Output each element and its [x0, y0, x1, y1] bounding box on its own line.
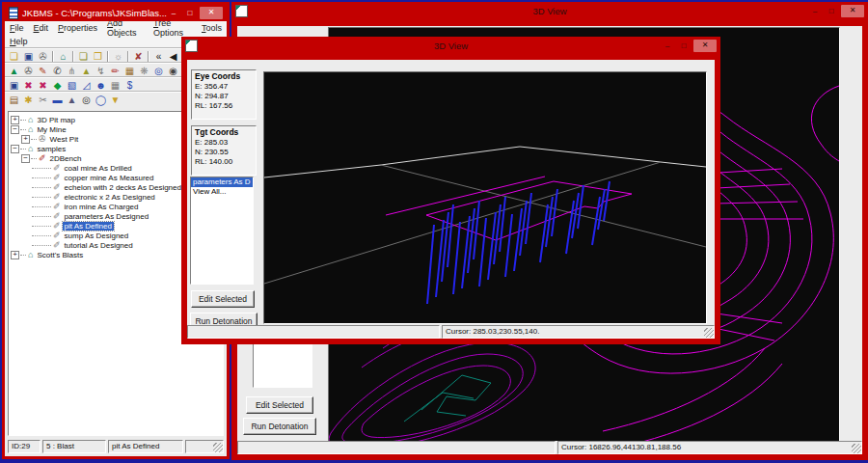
blast-icon: ✐: [53, 212, 61, 221]
cost-icon[interactable]: $: [122, 79, 137, 92]
cursor-coordinates: Cursor: 285.03,230.55,140.: [442, 325, 715, 339]
resize-grip[interactable]: [213, 443, 223, 452]
blast-icon: ✐: [53, 193, 61, 202]
menu-tools[interactable]: Tools: [197, 23, 227, 33]
list-item-view-all[interactable]: View All...: [191, 187, 253, 197]
cone-icon[interactable]: ▲: [79, 65, 94, 77]
terrain-ridge-line: [264, 147, 706, 177]
back-3dview-titlebar[interactable]: 3D View – □ ✕: [231, 2, 868, 20]
tree-connector: [32, 226, 51, 227]
close-button[interactable]: ✕: [841, 5, 864, 17]
tree-connector: [32, 187, 51, 188]
save-all-icon[interactable]: ▣: [7, 79, 21, 92]
3d-view-window-front: 3D View – □ ✕ Eye Coords E: 356.47 N: 29…: [181, 37, 720, 344]
blast-icon: ✐: [53, 183, 61, 192]
delete-icon[interactable]: ✖: [21, 79, 36, 92]
no-blast-icon[interactable]: ✘: [131, 50, 146, 63]
resize-grip[interactable]: [704, 328, 714, 338]
funnel-icon[interactable]: ▼: [108, 94, 122, 106]
delete-alt-icon[interactable]: ✖: [36, 79, 50, 92]
collapse-icon[interactable]: −: [21, 154, 30, 163]
folder-icon[interactable]: ❏: [76, 50, 91, 63]
chart-icon[interactable]: ▧: [65, 79, 79, 92]
graph-icon[interactable]: ◿: [79, 79, 94, 92]
fan-icon[interactable]: ❋: [137, 65, 151, 77]
user-icon[interactable]: ☻: [94, 79, 108, 92]
menu-file[interactable]: File: [5, 23, 29, 33]
bag-icon[interactable]: ▦: [122, 65, 137, 77]
open-folder-icon[interactable]: ❏: [7, 50, 21, 63]
tree-connector: [32, 235, 51, 236]
front-3dview-titlebar[interactable]: 3D View – □ ✕: [181, 37, 720, 55]
front-3d-viewport[interactable]: [263, 71, 707, 324]
diamond-icon[interactable]: ◆: [50, 79, 65, 92]
nugget-icon[interactable]: ✱: [21, 94, 36, 106]
minimize-button[interactable]: –: [808, 6, 822, 16]
pencil-icon[interactable]: ✎: [36, 65, 50, 77]
nav-first-icon[interactable]: «: [151, 50, 166, 63]
list-item-parameters-as-d[interactable]: parameters As D: [191, 177, 253, 187]
front-blast-listbox[interactable]: parameters As DView All...: [190, 177, 254, 285]
status-spacer: [237, 441, 556, 454]
save-icon[interactable]: ▣: [21, 50, 36, 63]
blast-hole-line: [427, 225, 434, 304]
expand-icon[interactable]: +: [11, 251, 19, 259]
tree-item-label: iron mine As Charged: [63, 203, 141, 211]
camera-icon[interactable]: ◉: [166, 65, 180, 77]
tree-icon[interactable]: ▲: [65, 94, 79, 106]
slingshot-icon[interactable]: ⋔: [65, 65, 79, 77]
dynamite-icon[interactable]: ✏: [108, 65, 122, 77]
blast-hole-line: [598, 189, 605, 230]
key-icon[interactable]: ✇: [36, 50, 50, 63]
site-icon: ⌂: [28, 145, 33, 153]
lightning-icon[interactable]: ↯: [94, 65, 108, 77]
maximize-button[interactable]: □: [825, 6, 838, 16]
menu-tree-options[interactable]: Tree Options: [149, 18, 197, 38]
resize-grip[interactable]: [852, 444, 861, 453]
blast-icon: ✐: [53, 174, 61, 182]
link-icon: ✇: [39, 135, 46, 144]
tree-item-label: echelon with 2 decks As Designed: [63, 183, 183, 192]
scissors-icon[interactable]: ✂: [36, 94, 50, 106]
bulb-icon[interactable]: ☼: [111, 50, 125, 63]
expand-icon[interactable]: +: [11, 116, 19, 124]
blast-hole-line: [505, 214, 512, 277]
grid-icon[interactable]: ▦: [108, 79, 122, 92]
status-cell-2: 5 : Blast: [42, 440, 106, 453]
nav-prev-icon[interactable]: ◀: [166, 50, 180, 63]
minimize-button[interactable]: –: [661, 41, 674, 51]
close-button[interactable]: ✕: [200, 7, 223, 19]
folder-open-icon[interactable]: ❐: [91, 50, 105, 63]
collapse-icon[interactable]: −: [11, 145, 19, 153]
pill-icon[interactable]: ▬: [50, 94, 65, 106]
surface-icon[interactable]: ▲: [7, 65, 21, 77]
rings-icon[interactable]: ◎: [79, 94, 94, 106]
menu-edit[interactable]: Edit: [29, 23, 54, 33]
menu-properties[interactable]: Properties: [53, 23, 102, 33]
jkbms-titlebar[interactable]: JKBMS - C:\Programs\JKSimBlas... – □ ✕: [5, 5, 227, 21]
edit-selected-button[interactable]: Edit Selected: [191, 290, 255, 308]
expand-icon[interactable]: +: [21, 135, 30, 144]
target-icon[interactable]: ◎: [151, 65, 166, 77]
attach-icon[interactable]: ✇: [21, 65, 36, 77]
tree-item-label: parameters As Designed: [63, 212, 151, 221]
menu-add-objects[interactable]: Add Objects: [102, 18, 149, 38]
maximize-button[interactable]: □: [677, 41, 691, 51]
oval-icon[interactable]: ◯: [94, 94, 108, 106]
home-icon[interactable]: ⌂: [56, 50, 70, 63]
eye-coords-box: Eye Coords E: 356.47 N: 294.87 RL: 167.5…: [191, 69, 257, 120]
collapse-icon[interactable]: −: [11, 125, 19, 134]
run-detonation-button[interactable]: Run Detonation: [243, 418, 316, 435]
close-button[interactable]: ✕: [693, 40, 717, 52]
blast-icon: ✐: [53, 241, 61, 250]
status-spacer: [187, 325, 440, 339]
minimize-button[interactable]: –: [167, 8, 180, 18]
maximize-button[interactable]: □: [183, 8, 197, 18]
image-icon[interactable]: ▤: [7, 94, 21, 106]
edit-selected-button[interactable]: Edit Selected: [246, 396, 313, 414]
menu-help[interactable]: Help: [5, 37, 33, 46]
toolbar-separator: [72, 51, 74, 62]
tree-connector: [32, 206, 51, 207]
detonator-icon[interactable]: ✆: [50, 65, 65, 77]
tgt-easting: E: 285.03: [195, 138, 228, 147]
